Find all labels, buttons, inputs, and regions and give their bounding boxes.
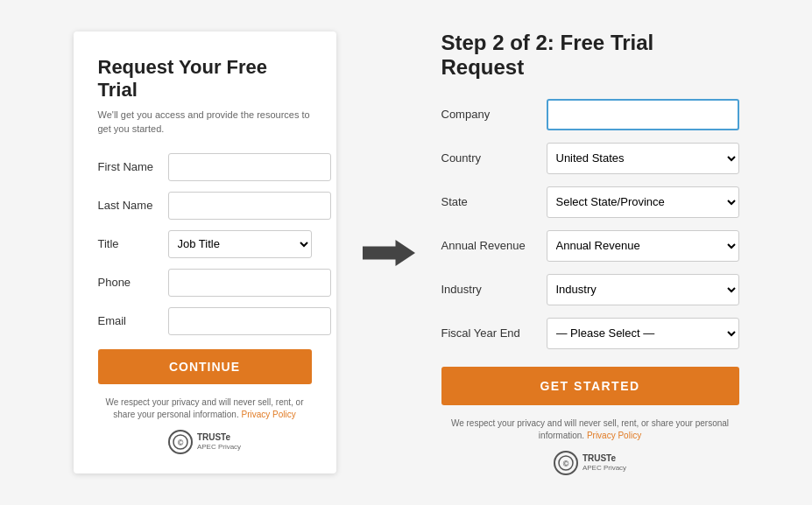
first-name-row: First Name — [98, 153, 312, 181]
step1-subtitle: We'll get you access and provide the res… — [98, 109, 312, 136]
company-input[interactable] — [547, 99, 739, 130]
title-select[interactable]: Job Title CEO CFO Manager Director — [168, 230, 312, 258]
step2-title: Step 2 of 2: Free Trial Request — [441, 31, 739, 80]
svg-marker-2 — [363, 240, 415, 266]
step2-truste-icon: © — [554, 451, 578, 475]
step1-privacy: We respect your privacy and will never s… — [98, 396, 312, 421]
company-row: Company — [441, 99, 739, 130]
continue-button[interactable]: CONTINUE — [98, 349, 312, 384]
fiscal-label: Fiscal Year End — [441, 326, 547, 340]
phone-label: Phone — [98, 276, 168, 289]
revenue-select[interactable]: Annual Revenue Under $1M $1M - $10M $10M… — [547, 230, 739, 262]
step2-container: Step 2 of 2: Free Trial Request Company … — [441, 31, 739, 475]
title-row: Title Job Title CEO CFO Manager Director — [98, 230, 312, 258]
truste-icon: © — [168, 430, 193, 454]
svg-text:©: © — [563, 459, 569, 468]
phone-row: Phone — [98, 269, 312, 297]
country-label: Country — [441, 151, 547, 165]
first-name-label: First Name — [98, 160, 168, 173]
last-name-input[interactable] — [168, 192, 331, 220]
svg-text:©: © — [178, 438, 184, 447]
industry-select[interactable]: Industry Technology Healthcare Finance R… — [547, 274, 739, 305]
truste-text-block: TRUSTe APEC Privacy — [197, 432, 241, 451]
industry-row: Industry Industry Technology Healthcare … — [441, 274, 739, 305]
title-label: Title — [98, 237, 168, 250]
state-label: State — [441, 195, 547, 208]
fiscal-select[interactable]: — Please Select — January February March… — [547, 318, 739, 349]
revenue-row: Annual Revenue Annual Revenue Under $1M … — [441, 230, 739, 262]
email-row: Email — [98, 307, 312, 335]
step2-privacy: We respect your privacy and will never s… — [441, 417, 739, 442]
industry-label: Industry — [441, 283, 547, 296]
company-label: Company — [441, 108, 547, 121]
email-input[interactable] — [168, 307, 331, 335]
step1-card: Request Your Free Trial We'll get you ac… — [74, 32, 336, 473]
phone-input[interactable] — [168, 269, 331, 297]
step2-truste-text-block: TRUSTe APEC Privacy — [583, 453, 626, 472]
revenue-label: Annual Revenue — [441, 239, 547, 252]
country-row: Country United States Canada United King… — [441, 143, 739, 174]
state-select[interactable]: Select State/Province California New Yor… — [547, 186, 739, 218]
step1-privacy-link[interactable]: Privacy Policy — [241, 410, 295, 419]
arrow-container — [363, 235, 415, 270]
email-label: Email — [98, 314, 168, 327]
get-started-button[interactable]: GET STARTED — [441, 367, 739, 405]
last-name-row: Last Name — [98, 192, 312, 220]
step2-privacy-link[interactable]: Privacy Policy — [587, 431, 641, 440]
fiscal-row: Fiscal Year End — Please Select — Januar… — [441, 318, 739, 349]
last-name-label: Last Name — [98, 199, 168, 212]
step1-title: Request Your Free Trial — [98, 56, 312, 102]
arrow-icon — [363, 235, 415, 270]
step2-truste-badge: © TRUSTe APEC Privacy — [441, 451, 739, 475]
state-row: State Select State/Province California N… — [441, 186, 739, 218]
step1-truste-badge: © TRUSTe APEC Privacy — [98, 430, 312, 454]
first-name-input[interactable] — [168, 153, 331, 181]
page-wrapper: Request Your Free Trial We'll get you ac… — [0, 4, 812, 501]
country-select[interactable]: United States Canada United Kingdom Aust… — [547, 143, 739, 174]
